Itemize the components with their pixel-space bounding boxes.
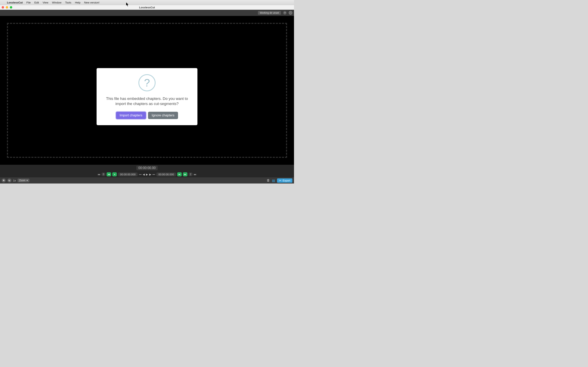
- chevron-down-icon: ▾: [26, 179, 28, 182]
- skip-end-icon[interactable]: ⏭: [194, 173, 196, 176]
- export-button[interactable]: ✂ Export: [277, 178, 292, 183]
- window-minimize-button[interactable]: [6, 6, 8, 8]
- menu-new-version[interactable]: New version!: [84, 1, 99, 4]
- window-close-button[interactable]: [2, 6, 4, 8]
- start-time-input[interactable]: 00:00:00.000: [118, 173, 138, 176]
- step-forward-icon[interactable]: ▶: [149, 173, 151, 176]
- yinyang-icon[interactable]: ☯: [7, 178, 11, 183]
- zoom-label: Zoom: [19, 179, 26, 182]
- traffic-lights: [2, 6, 12, 8]
- chapters-modal: ? This file has embedded chapters. Do yo…: [96, 68, 198, 125]
- next-segment-button[interactable]: ⏭: [183, 172, 187, 176]
- menu-help[interactable]: Help: [75, 1, 80, 4]
- trash-icon[interactable]: 🗑: [267, 179, 270, 182]
- key-right-icon[interactable]: ⊷: [153, 173, 155, 176]
- help-icon[interactable]: ?: [283, 11, 287, 15]
- menu-tools[interactable]: Tools: [65, 1, 71, 4]
- import-chapters-button[interactable]: Import chapters: [116, 112, 146, 119]
- menu-edit[interactable]: Edit: [34, 1, 39, 4]
- skip-start-icon[interactable]: ⏮: [98, 173, 100, 176]
- capture-icon[interactable]: ✱: [2, 178, 6, 183]
- window-titlebar: LosslessCut: [0, 5, 294, 10]
- tags-icon[interactable]: ▤: [272, 179, 275, 183]
- svg-point-0: [290, 12, 291, 13]
- zoom-select[interactable]: Zoom ▾: [17, 179, 30, 182]
- timeline-area: 00:00:00.00: [0, 165, 294, 171]
- macos-menubar: LosslessCut File Edit View Window Tools …: [0, 0, 294, 5]
- bottom-bar: ✱ ☯ 1x Zoom ▾ 🗑 ▤ ✂ Export: [0, 177, 294, 184]
- export-label: Export: [283, 179, 290, 182]
- modal-buttons: Import chapters Ignore chapters: [116, 112, 178, 119]
- bottom-bar-left: ✱ ☯ 1x Zoom ▾: [2, 178, 29, 183]
- window-maximize-button[interactable]: [10, 6, 12, 8]
- prev-segment-button[interactable]: ⏮: [107, 172, 111, 176]
- menu-view[interactable]: View: [43, 1, 48, 4]
- main-timecode[interactable]: 00:00:00.00: [136, 166, 158, 170]
- working-dir-badge[interactable]: Working dir unset: [258, 11, 281, 15]
- modal-message: This file has embedded chapters. Do you …: [104, 96, 190, 106]
- scissors-icon: ✂: [279, 179, 281, 182]
- playback-speed[interactable]: 1x: [13, 179, 16, 182]
- step-back-icon[interactable]: ◀: [143, 173, 145, 176]
- bottom-bar-right: 🗑 ▤ ✂ Export: [267, 178, 292, 183]
- segment-right-count[interactable]: 2: [189, 173, 192, 176]
- ignore-chapters-button[interactable]: Ignore chapters: [148, 112, 178, 119]
- question-icon: ?: [138, 74, 156, 91]
- set-end-button[interactable]: ⬅: [177, 172, 182, 176]
- window-title: LosslessCut: [0, 6, 294, 9]
- end-time-input[interactable]: 00:00:00.000: [156, 173, 176, 176]
- play-icon[interactable]: ▶: [146, 173, 148, 176]
- app-topbar: Working dir unset ?: [0, 10, 294, 16]
- key-left-icon[interactable]: ⊶: [139, 173, 141, 176]
- transport-controls: ⏮ 0 ⏮ ➧ 00:00:00.000 ⊶ ◀ ▶ ▶ ⊷ 00:00:00.…: [0, 171, 294, 177]
- segment-left-count[interactable]: 0: [102, 173, 105, 176]
- set-start-button[interactable]: ➧: [112, 172, 117, 176]
- app-name[interactable]: LosslessCut: [7, 1, 23, 4]
- menu-window[interactable]: Window: [52, 1, 61, 4]
- menu-file[interactable]: File: [26, 1, 31, 4]
- gear-icon[interactable]: [289, 11, 292, 15]
